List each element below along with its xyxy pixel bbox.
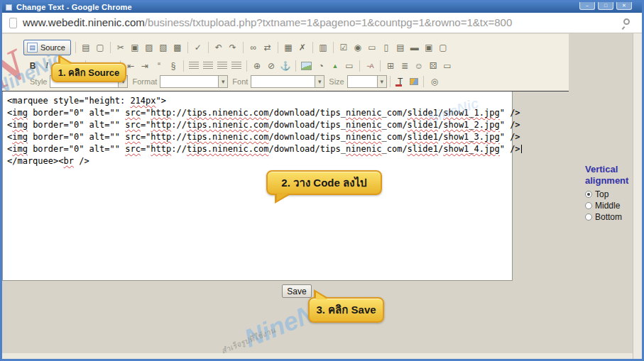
form-imagebutton-icon[interactable]: ▣ <box>422 42 435 54</box>
vertical-scrollbar[interactable] <box>633 33 642 359</box>
new-page-icon[interactable]: ▢ <box>94 42 107 54</box>
source-button[interactable]: ▤ Source <box>23 40 71 55</box>
toolbar-separator <box>423 76 424 87</box>
print-icon[interactable]: ▥ <box>317 42 329 54</box>
toolbar-separator <box>183 60 184 72</box>
url-path: /business/txtupload.php?txtname=1&pageno… <box>145 16 512 28</box>
align-left-icon[interactable] <box>189 62 199 70</box>
blockquote-icon[interactable]: “ <box>153 60 165 72</box>
code-line: <img border="0" alt="" src="http://tips.… <box>7 119 508 131</box>
toolbar-separator <box>359 60 360 72</box>
url-text[interactable]: www.webedit.ninenic.com/business/txtuplo… <box>23 16 512 28</box>
spellcheck-icon[interactable]: ✓ <box>192 42 204 54</box>
size-dropdown[interactable]: ▾ <box>347 75 387 88</box>
window-favicon-icon <box>6 4 12 11</box>
toolbar-separator <box>390 76 391 87</box>
save-doc-icon[interactable]: ▤ <box>80 42 92 54</box>
chevron-down-icon: ▾ <box>218 76 227 87</box>
font-dropdown[interactable]: ▾ <box>251 75 324 88</box>
source-icon: ▤ <box>27 43 38 52</box>
toolbar-separator <box>312 42 313 53</box>
styles-icon[interactable]: § <box>167 60 180 72</box>
radio-icon[interactable] <box>585 191 592 198</box>
media-icon[interactable]: ▭ <box>343 60 356 72</box>
callout-click-source: 1. คลิก Source <box>51 62 126 82</box>
fit-window-icon[interactable]: ◎ <box>431 77 438 87</box>
form-textarea-icon[interactable]: ▯ <box>380 42 393 54</box>
bold-icon[interactable]: B <box>26 60 39 72</box>
toolbar-separator <box>208 42 209 53</box>
link-icon[interactable]: ⊕ <box>251 60 263 72</box>
toolbar-row-1: ▤ Source ▤▢✂▣▨▧▩✓↶↷∞⇄▦✗▥☑◉▭▯▤▬▣▢ <box>23 40 450 55</box>
source-code-textarea[interactable]: <marquee style="height: 214px"><img bord… <box>2 91 513 281</box>
radio-label: Top <box>595 189 608 199</box>
text-caret <box>521 145 522 153</box>
page-doc-icon <box>9 18 17 28</box>
form-radio-icon[interactable]: ◉ <box>351 42 364 54</box>
form-select-icon[interactable]: ▤ <box>394 42 407 54</box>
horizontal-line-icon[interactable]: ≣ <box>398 60 411 72</box>
text-color-icon[interactable]: T <box>393 77 408 87</box>
flash-icon[interactable]: ◔ <box>315 60 327 72</box>
toolbar-separator <box>278 42 278 53</box>
copy-icon[interactable]: ▣ <box>129 42 141 54</box>
select-all-icon[interactable]: ▦ <box>282 42 295 54</box>
toolbar-separator <box>380 60 381 72</box>
align-center-icon[interactable] <box>203 62 213 70</box>
special-char-icon[interactable]: ⚄ <box>427 60 440 72</box>
redo-icon[interactable]: ↷ <box>227 42 239 54</box>
radio-icon[interactable] <box>585 202 592 209</box>
horizontal-rule-icon[interactable]: −A <box>364 60 376 72</box>
align-right-icon[interactable] <box>217 62 227 70</box>
table-icon[interactable]: ⊞ <box>384 60 397 72</box>
code-line: <img border="0" alt="" src="http://tips.… <box>7 107 508 119</box>
paste-text-icon[interactable]: ▧ <box>157 42 170 54</box>
window-controls: –□✕ <box>579 2 632 10</box>
toolbar-separator <box>187 42 188 53</box>
toolbar-separator <box>75 42 76 53</box>
style-label: Style <box>30 77 47 86</box>
unlink-icon[interactable]: ⊘ <box>265 60 278 72</box>
chevron-down-icon: ▾ <box>377 76 386 87</box>
paste-word-icon[interactable]: ▩ <box>171 42 184 54</box>
toolbar-separator <box>243 42 244 53</box>
code-line: <img border="0" alt="" src="http://tips.… <box>7 143 508 155</box>
save-button[interactable]: Save <box>282 284 312 298</box>
form-checkbox-icon[interactable]: ☑ <box>337 42 350 54</box>
address-bar[interactable]: www.webedit.ninenic.com/business/txtuplo… <box>2 13 642 33</box>
format-label: Format <box>132 77 157 86</box>
callout-click-save: 3. คลิก Save <box>308 297 384 323</box>
maximize-button[interactable]: □ <box>598 2 613 10</box>
source-button-label: Source <box>40 43 65 52</box>
callout-paste-code: 2. วาง Code ลงไป <box>266 170 382 195</box>
close-button[interactable]: ✕ <box>616 2 632 10</box>
radio-label: Middle <box>595 201 620 211</box>
undo-icon[interactable]: ↶ <box>212 42 225 54</box>
code-line: </marquee><br /> <box>7 155 508 167</box>
toolbar-separator <box>295 60 296 72</box>
form-hidden-icon[interactable]: ▢ <box>437 42 449 54</box>
find-icon[interactable]: ∞ <box>247 42 260 54</box>
remove-format-icon[interactable]: ✗ <box>296 42 309 54</box>
cut-icon[interactable]: ✂ <box>114 42 127 54</box>
anchor-icon[interactable]: ⚓ <box>279 60 292 72</box>
indent-icon[interactable]: ⇥ <box>138 60 151 72</box>
background-color-icon[interactable] <box>410 78 418 85</box>
smiley-icon[interactable]: ☺ <box>413 60 425 72</box>
title-bar: Change Text - Google Chrome –□✕ <box>2 2 642 13</box>
search-magnifier-icon[interactable] <box>623 18 630 25</box>
form-button-icon[interactable]: ▬ <box>408 42 421 54</box>
form-textfield-icon[interactable]: ▭ <box>366 42 378 54</box>
format-dropdown[interactable]: ▾ <box>160 75 228 88</box>
page-break-icon[interactable]: ▭ <box>441 60 454 72</box>
watermark-slogan: สำเร็จรูปที่ใช้งาน <box>219 323 278 357</box>
image-icon[interactable] <box>301 62 312 70</box>
chevron-down-icon: ▾ <box>315 76 324 87</box>
radio-icon[interactable] <box>585 213 592 221</box>
browser-window: Change Text - Google Chrome –□✕ www.webe… <box>0 0 644 361</box>
replace-icon[interactable]: ⇄ <box>261 42 274 54</box>
rule-icon[interactable]: ▲ <box>329 60 342 72</box>
paste-icon[interactable]: ▨ <box>143 42 155 54</box>
minimize-button[interactable]: – <box>579 2 595 10</box>
align-justify-icon[interactable] <box>231 62 241 70</box>
